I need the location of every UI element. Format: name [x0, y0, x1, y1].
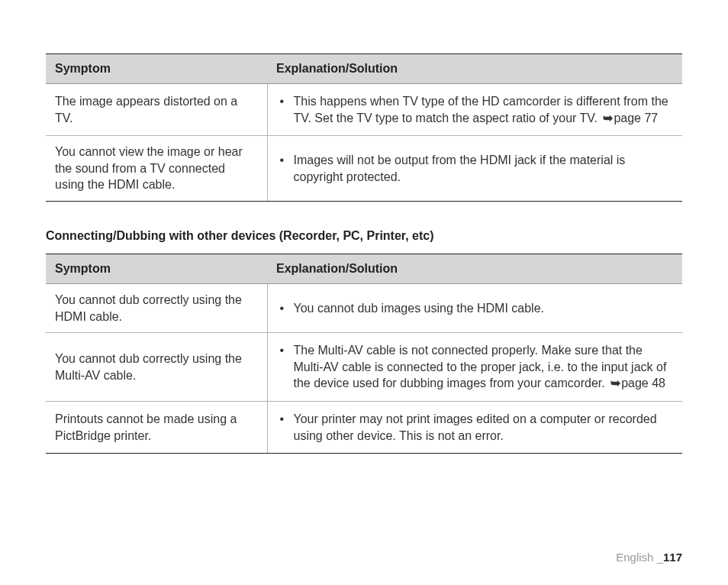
explanation-cell: This happens when TV type of the HD camc… — [267, 84, 682, 136]
troubleshooting-table-2: Symptom Explanation/Solution You cannot … — [46, 254, 682, 454]
col-header-symptom: Symptom — [46, 254, 267, 283]
table-header-row: Symptom Explanation/Solution — [46, 54, 682, 84]
page-ref-arrow-icon: ➥ — [603, 110, 613, 127]
list-item: You cannot dub images using the HDMI cab… — [280, 300, 674, 317]
footer-language: English — [616, 551, 656, 564]
list-item: The Multi-AV cable is not connected prop… — [280, 342, 674, 392]
symptom-cell: You cannot dub correctly using the Multi… — [46, 333, 267, 402]
table-row: You cannot dub correctly using the Multi… — [46, 333, 682, 402]
bullet-text: You cannot dub images using the HDMI cab… — [294, 302, 545, 315]
troubleshooting-table-1: Symptom Explanation/Solution The image a… — [46, 53, 682, 202]
symptom-cell: The image appears distorted on a TV. — [46, 84, 267, 136]
explanation-cell: The Multi-AV cable is not connected prop… — [267, 333, 682, 402]
col-header-explanation: Explanation/Solution — [267, 54, 682, 84]
table-row: You cannot dub correctly using the HDMI … — [46, 283, 682, 332]
symptom-cell: You cannot view the image or hear the so… — [46, 136, 267, 202]
list-item: Images will not be output from the HDMI … — [280, 152, 674, 185]
table-row: The image appears distorted on a TV. Thi… — [46, 84, 682, 136]
symptom-cell: Printouts cannot be made using a PictBri… — [46, 401, 267, 453]
page-ref: page 77 — [614, 112, 658, 124]
footer-page-number: 117 — [663, 551, 682, 564]
manual-page: Symptom Explanation/Solution The image a… — [0, 0, 728, 585]
page-ref-arrow-icon: ➥ — [610, 375, 620, 392]
symptom-cell: You cannot dub correctly using the HDMI … — [46, 283, 267, 332]
table-row: You cannot view the image or hear the so… — [46, 136, 682, 202]
explanation-cell: Images will not be output from the HDMI … — [267, 136, 682, 202]
explanation-cell: Your printer may not print images edited… — [267, 401, 682, 453]
footer-separator: _ — [657, 551, 663, 564]
page-footer: English _117 — [616, 551, 682, 564]
list-item: Your printer may not print images edited… — [280, 411, 674, 444]
col-header-symptom: Symptom — [46, 54, 267, 84]
bullet-text: Images will not be output from the HDMI … — [294, 154, 626, 183]
col-header-explanation: Explanation/Solution — [267, 254, 682, 283]
list-item: This happens when TV type of the HD camc… — [280, 93, 674, 126]
bullet-text: Your printer may not print images edited… — [294, 412, 657, 442]
table-header-row: Symptom Explanation/Solution — [46, 254, 682, 283]
explanation-cell: You cannot dub images using the HDMI cab… — [267, 283, 682, 332]
page-ref: page 48 — [621, 377, 665, 389]
table-row: Printouts cannot be made using a PictBri… — [46, 401, 682, 453]
section-heading: Connecting/Dubbing with other devices (R… — [46, 229, 682, 243]
